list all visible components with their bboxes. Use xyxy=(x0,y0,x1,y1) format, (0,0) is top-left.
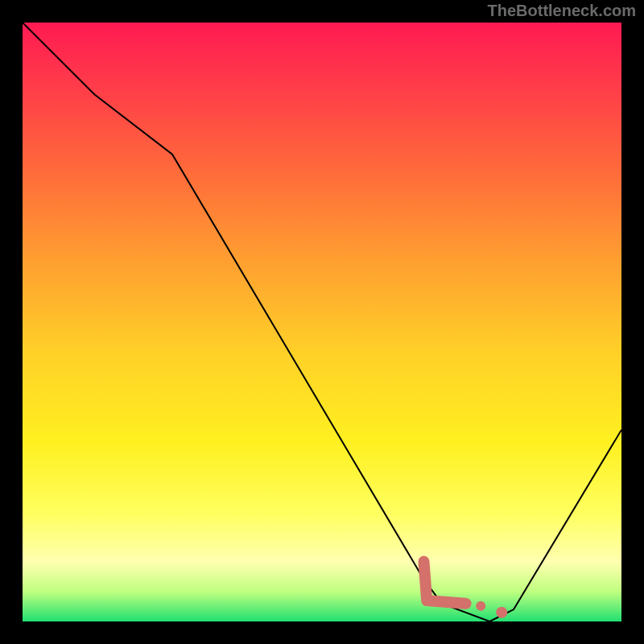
highlight-dot xyxy=(476,601,485,611)
chart-plot-area xyxy=(23,23,621,621)
highlight-dots xyxy=(476,601,507,618)
chart-svg xyxy=(23,23,621,621)
highlight-dot xyxy=(496,607,507,618)
highlight-segment xyxy=(424,562,466,604)
watermark-text: TheBottleneck.com xyxy=(488,2,636,20)
bottleneck-curve xyxy=(23,23,621,621)
